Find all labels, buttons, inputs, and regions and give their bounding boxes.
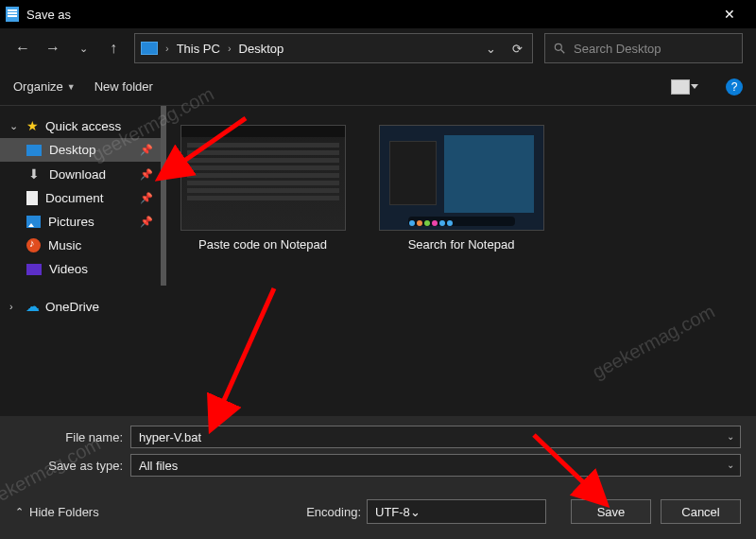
save-as-type-select[interactable]: All files ⌄ (130, 454, 741, 477)
save-as-dialog: Save as ✕ ← → ⌄ ↑ › This PC › Desktop ⌄ … (0, 0, 756, 539)
sidebar-item-documents[interactable]: Document 📌 (0, 186, 166, 210)
encoding-value: UTF-8 (375, 505, 410, 519)
file-area[interactable]: Paste code on Notepad Search for Notepad (166, 106, 756, 416)
refresh-button[interactable]: ⟳ (507, 42, 526, 56)
chevron-down-icon: ⌄ (9, 120, 19, 132)
encoding-select[interactable]: UTF-8 ⌄ (367, 499, 546, 524)
sidebar-item-videos[interactable]: Videos (0, 257, 166, 281)
breadcrumb-desktop[interactable]: Desktop (239, 42, 284, 56)
crumb-separator-icon: › (228, 43, 232, 54)
up-button[interactable]: ↑ (104, 39, 123, 58)
save-as-type-label: Save as type: (15, 459, 130, 473)
pin-icon: 📌 (140, 192, 153, 204)
back-button[interactable]: ← (13, 39, 32, 58)
pin-icon: 📌 (140, 168, 153, 181)
document-icon (26, 191, 38, 205)
quick-access-label: Quick access (45, 119, 121, 133)
sidebar-item-downloads[interactable]: ⬇ Download 📌 (0, 162, 166, 186)
dialog-footer: ⌃ Hide Folders Encoding: UTF-8 ⌄ Save Ca… (0, 490, 756, 539)
titlebar: Save as ✕ (0, 0, 756, 28)
file-caption: Search for Notepad (408, 236, 515, 253)
sidebar-item-label: Pictures (48, 215, 94, 229)
sidebar-item-label: Videos (49, 262, 88, 276)
svg-line-1 (561, 50, 565, 54)
address-bar[interactable]: › This PC › Desktop ⌄ ⟳ (134, 33, 533, 63)
download-icon: ⬇ (26, 166, 42, 182)
pin-icon: 📌 (140, 216, 153, 228)
sidebar-scrollbar[interactable] (161, 106, 166, 286)
window-title: Save as (26, 8, 71, 22)
pictures-icon (26, 216, 41, 228)
chevron-down-icon[interactable]: ⌄ (727, 431, 734, 442)
cloud-icon: ☁ (25, 299, 40, 314)
file-caption: Paste code on Notepad (198, 236, 327, 253)
recent-locations-button[interactable]: ⌄ (74, 39, 93, 58)
file-name-label: File name: (15, 430, 130, 444)
sidebar-item-label: Document (45, 191, 104, 205)
onedrive-group[interactable]: › ☁ OneDrive (0, 294, 166, 319)
help-button[interactable]: ? (726, 78, 743, 96)
sidebar-item-label: Download (49, 167, 106, 182)
file-item[interactable]: Paste code on Notepad (178, 125, 348, 253)
file-name-input[interactable]: hyper-V.bat ⌄ (130, 426, 741, 448)
search-box[interactable]: Search Desktop (544, 33, 743, 63)
music-icon (26, 238, 41, 252)
sidebar-item-label: Desktop (49, 143, 96, 157)
file-thumbnail (379, 125, 544, 231)
new-folder-button[interactable]: New folder (94, 79, 153, 94)
view-options-button[interactable] (671, 79, 690, 95)
chevron-right-icon: › (9, 301, 19, 312)
nav-row: ← → ⌄ ↑ › This PC › Desktop ⌄ ⟳ Search D… (0, 28, 756, 68)
file-name-value: hyper-V.bat (139, 430, 201, 444)
save-button[interactable]: Save (571, 499, 651, 524)
notepad-icon (6, 7, 19, 22)
cancel-button[interactable]: Cancel (661, 499, 741, 524)
organize-button[interactable]: Organize▼ (13, 79, 76, 94)
close-button[interactable]: ✕ (708, 0, 750, 28)
videos-icon (26, 264, 42, 275)
hide-folders-button[interactable]: ⌃ Hide Folders (15, 505, 99, 519)
crumb-separator-icon: › (165, 43, 169, 54)
pin-icon: 📌 (140, 144, 153, 156)
sidebar-item-label: Music (48, 238, 81, 252)
file-thumbnail (180, 125, 346, 231)
quick-access-group[interactable]: ⌄ ★ Quick access (0, 113, 166, 138)
search-placeholder: Search Desktop (574, 42, 662, 56)
star-icon: ★ (25, 118, 40, 133)
search-icon (553, 42, 566, 55)
this-pc-icon (141, 42, 158, 55)
encoding-label: Encoding: (306, 505, 361, 519)
sidebar-item-pictures[interactable]: Pictures 📌 (0, 210, 166, 234)
chevron-up-icon: ⌃ (15, 506, 24, 518)
save-as-type-value: All files (139, 459, 178, 473)
sidebar-item-desktop[interactable]: Desktop 📌 (0, 138, 166, 162)
sidebar-item-music[interactable]: Music (0, 234, 166, 257)
toolbar: Organize▼ New folder ? (0, 68, 756, 106)
chevron-down-icon[interactable]: ⌄ (727, 460, 734, 470)
forward-button[interactable]: → (43, 39, 62, 58)
svg-point-0 (555, 43, 561, 50)
sidebar: ⌄ ★ Quick access Desktop 📌 ⬇ Download 📌 … (0, 106, 166, 416)
main-area: ⌄ ★ Quick access Desktop 📌 ⬇ Download 📌 … (0, 106, 756, 416)
file-item[interactable]: Search for Notepad (376, 125, 546, 253)
desktop-icon (26, 145, 42, 156)
address-dropdown-icon[interactable]: ⌄ (481, 42, 500, 56)
breadcrumb-this-pc[interactable]: This PC (177, 42, 220, 56)
chevron-down-icon[interactable]: ⌄ (410, 505, 421, 519)
save-form: File name: hyper-V.bat ⌄ Save as type: A… (0, 416, 756, 490)
onedrive-label: OneDrive (45, 300, 99, 314)
